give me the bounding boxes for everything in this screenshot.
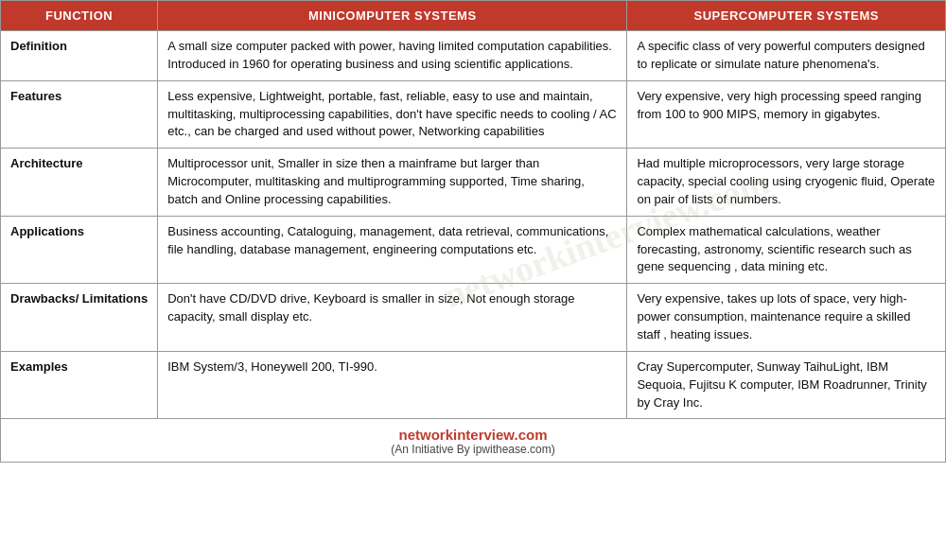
table-row: FeaturesLess expensive, Lightweight, por… [1, 80, 946, 149]
table-row: Drawbacks/ LimitationsDon't have CD/DVD … [1, 284, 946, 352]
super-cell: Cray Supercomputer, Sunway TaihuLight, I… [627, 351, 946, 419]
mini-cell: IBM System/3, Honeywell 200, TI-990. [158, 351, 627, 419]
col-super-header: SUPERCOMPUTER SYSTEMS [627, 1, 946, 31]
comparison-table: FUNCTION MINICOMPUTER SYSTEMS SUPERCOMPU… [0, 0, 946, 419]
function-cell: Features [1, 80, 158, 149]
function-cell: Examples [1, 351, 158, 419]
footer-sub: (An Initiative By ipwithease.com) [5, 443, 941, 456]
col-function-header: FUNCTION [1, 1, 158, 31]
super-cell: Very expensive, takes up lots of space, … [627, 284, 946, 352]
table-header-row: FUNCTION MINICOMPUTER SYSTEMS SUPERCOMPU… [1, 1, 946, 31]
function-cell: Architecture [1, 149, 158, 217]
mini-cell: Less expensive, Lightweight, portable, f… [158, 80, 627, 149]
mini-cell: Multiprocessor unit, Smaller in size the… [158, 149, 627, 217]
page-container: networkinterview.com FUNCTION MINICOMPUT… [0, 0, 946, 463]
super-cell: Had multiple microprocessors, very large… [627, 149, 946, 217]
mini-cell: Business accounting, Cataloguing, manage… [158, 216, 627, 284]
super-cell: Complex mathematical calculations, weath… [627, 216, 946, 284]
table-row: ExamplesIBM System/3, Honeywell 200, TI-… [1, 351, 946, 419]
super-cell: Very expensive, very high processing spe… [627, 80, 946, 149]
footer: networkinterview.com (An Initiative By i… [0, 419, 946, 463]
mini-cell: A small size computer packed with power,… [158, 31, 627, 81]
mini-cell: Don't have CD/DVD drive, Keyboard is sma… [158, 284, 627, 352]
function-cell: Definition [1, 31, 158, 81]
super-cell: A specific class of very powerful comput… [627, 31, 946, 81]
table-row: ArchitectureMultiprocessor unit, Smaller… [1, 149, 946, 217]
footer-site: networkinterview.com [5, 427, 941, 443]
function-cell: Drawbacks/ Limitations [1, 284, 158, 352]
col-mini-header: MINICOMPUTER SYSTEMS [158, 1, 627, 31]
function-cell: Applications [1, 216, 158, 284]
table-row: DefinitionA small size computer packed w… [1, 31, 946, 81]
table-row: ApplicationsBusiness accounting, Catalog… [1, 216, 946, 284]
